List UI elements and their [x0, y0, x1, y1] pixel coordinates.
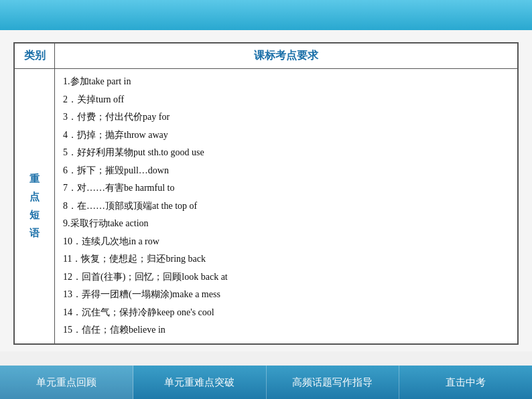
nav-item-4[interactable]: 直击中考 — [399, 366, 532, 399]
item-5: 5．好好利用某物put sth.to good use — [63, 144, 509, 162]
item-4: 4．扔掉；抛弃throw away — [63, 127, 509, 145]
nav-item-3[interactable]: 高频话题写作指导 — [267, 366, 400, 399]
item-11: 11．恢复；使想起；归还bring back — [63, 250, 509, 268]
col2-header: 课标考点要求 — [55, 44, 518, 69]
content-cell: 1.参加take part in 2．关掉turn off 3．付费；付出代价p… — [55, 69, 518, 344]
item-15: 15．信任；信赖believe in — [63, 321, 509, 339]
category-cell: 重点短语 — [15, 69, 55, 344]
table-header-row: 类别 课标考点要求 — [15, 44, 518, 69]
col1-header: 类别 — [15, 44, 55, 69]
item-8: 8．在……顶部或顶端at the top of — [63, 197, 509, 216]
item-3: 3．付费；付出代价pay for — [63, 108, 509, 127]
item-1: 1.参加take part in — [63, 73, 509, 91]
item-6: 6．拆下；摧毁pull…down — [63, 162, 509, 180]
item-13: 13．弄得一团糟(一塌糊涂)make a mess — [63, 286, 509, 304]
nav-item-1[interactable]: 单元重点回顾 — [0, 366, 133, 399]
bottom-nav: 单元重点回顾 单元重难点突破 高频话题写作指导 直击中考 — [0, 366, 532, 399]
nav-item-2[interactable]: 单元重难点突破 — [133, 366, 267, 399]
top-bar — [0, 0, 532, 30]
table-row: 重点短语 1.参加take part in 2．关掉turn off 3．付费；… — [15, 69, 518, 344]
main-content: 类别 课标考点要求 重点短语 1.参加take part in 2．关掉turn… — [0, 30, 532, 351]
item-10: 10．连续几次地in a row — [63, 233, 509, 251]
item-9: 9.采取行动take action — [63, 215, 509, 233]
item-14: 14．沉住气；保持冷静keep one's cool — [63, 304, 509, 322]
table-wrapper: 类别 课标考点要求 重点短语 1.参加take part in 2．关掉turn… — [13, 42, 519, 345]
item-2: 2．关掉turn off — [63, 91, 509, 109]
item-7: 7．对……有害be harmful to — [63, 179, 509, 197]
item-12: 12．回首(往事)；回忆；回顾look back at — [63, 268, 509, 287]
